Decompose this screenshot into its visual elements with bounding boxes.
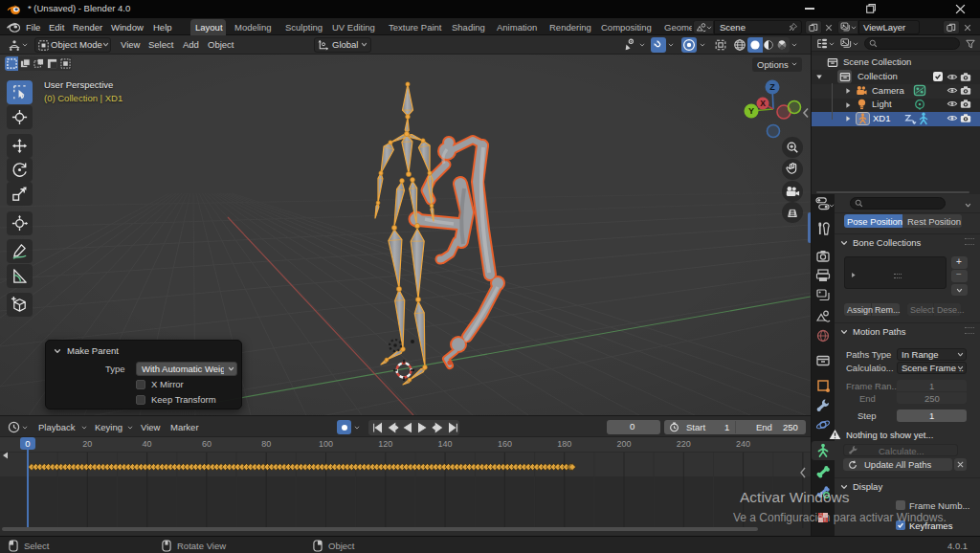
svg-text:240: 240: [736, 439, 750, 449]
svg-text:20: 20: [82, 439, 92, 449]
svg-text:40: 40: [143, 439, 152, 449]
svg-text:60: 60: [202, 439, 212, 449]
svg-text:220: 220: [677, 439, 691, 449]
svg-text:160: 160: [498, 439, 512, 449]
svg-text:Y: Y: [748, 106, 754, 116]
svg-text:100: 100: [319, 439, 333, 449]
svg-text:0: 0: [25, 438, 30, 449]
svg-text:200: 200: [616, 439, 631, 449]
svg-text:X: X: [760, 99, 766, 108]
svg-text:120: 120: [378, 439, 392, 449]
svg-text:140: 140: [438, 439, 453, 449]
svg-text:180: 180: [557, 439, 571, 449]
svg-text:Z: Z: [769, 82, 775, 92]
svg-text:80: 80: [261, 439, 271, 449]
